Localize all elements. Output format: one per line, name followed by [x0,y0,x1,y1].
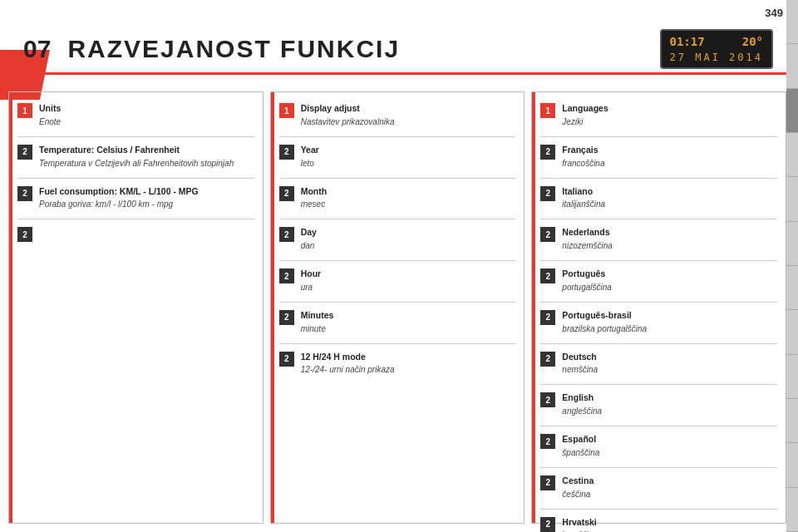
english-sub: angleščina [562,405,602,417]
page-title: RAZVEJANOST FUNKCIJ [67,35,400,63]
divider [279,302,516,303]
12h24h-sub: 12-/24- urni način prikaza [301,363,395,376]
divider [279,219,516,219]
badge-2: 2 [540,227,555,242]
section-espanol-content: Español španščina [562,433,599,459]
section-hour-content: Hour ura [301,268,322,293]
section-portugues-brasil: 2 Português-brasil brazilska portugalšči… [540,309,777,335]
badge-2: 2 [540,310,555,325]
divider [540,467,777,468]
display-time-row: 01:17 20° [670,34,763,51]
tab-strip-item[interactable] [786,222,798,266]
main-content: 1 Units Enote 2 Temperature: Celsius / F… [8,91,786,524]
badge-2: 2 [540,352,555,367]
section-hrvatski: 2 Hrvatski hrvaščina [540,516,777,533]
divider [540,426,777,426]
panel-left-bar [9,92,12,523]
badge-2: 2 [279,352,294,367]
section-cestina: 2 Cestina češčina [540,475,777,500]
divider [540,260,777,261]
portugues-main: Português [562,268,611,281]
year-main: Year [301,144,319,157]
year-sub: leto [301,157,319,170]
panel-languages: 1 Languages Jeziki 2 Français francoščin… [531,91,786,524]
section-month-content: Month mesec [301,185,328,211]
badge-2: 2 [540,392,555,407]
fuel-sub: Poraba goriva: km/l - l/100 km - mpg [39,198,199,210]
section-month: 2 Month mesec [279,185,516,211]
section-english: 2 English angleščina [540,392,777,417]
section-hrvatski-content: Hrvatski hrvaščina [562,516,598,533]
panel-left-bar [271,92,274,523]
units-main: Units [39,102,61,116]
badge-2: 2 [17,227,32,242]
badge-2: 2 [540,268,555,283]
badge-2: 2 [540,517,555,532]
display-sub: Nastavitev prikazovalnika [301,116,395,128]
section-empty: 2 [17,226,254,242]
tab-strip-item[interactable] [786,488,798,532]
tab-strip-item[interactable] [786,443,798,487]
nederlands-main: Nederlands [562,226,613,239]
deutsch-main: Deutsch [562,351,598,364]
display-widget: 01:17 20° 27 MAI 2014 [660,29,773,69]
tab-strip-item[interactable] [786,0,798,44]
hour-main: Hour [301,268,322,281]
badge-2: 2 [279,310,294,325]
portugues-brasil-main: Português-brasil [562,309,647,323]
portugues-brasil-sub: brazilska portugalščina [562,323,647,335]
badge-2: 2 [17,186,32,201]
section-day: 2 Day dan [279,226,516,252]
panel-display: 1 Display adjust Nastavitev prikazovalni… [270,91,525,524]
tab-strip-item-active[interactable] [786,89,798,133]
francais-main: Français [562,144,604,157]
section-cestina-content: Cestina češčina [562,475,594,500]
badge-2: 2 [540,186,555,201]
section-units-content: Units Enote [39,102,61,128]
section-italiano-content: Italiano italijanščina [562,185,605,211]
section-portugues: 2 Português portugalščina [540,268,777,293]
section-minutes: 2 Minutes minute [279,309,516,335]
section-day-content: Day dan [301,226,317,252]
section-12h24h-content: 12 H/24 H mode 12-/24- urni način prikaz… [301,351,395,377]
section-temperature-content: Temperature: Celsius / Fahrenheit Temper… [39,144,234,170]
tab-strip-item[interactable] [786,177,798,221]
cestina-sub: češčina [562,488,594,500]
tab-strip-item[interactable] [786,355,798,399]
italiano-main: Italiano [562,185,605,199]
section-francais-content: Français francoščina [562,144,604,170]
display-main: Display adjust [301,102,395,116]
section-12h24h: 2 12 H/24 H mode 12-/24- urni način prik… [279,351,516,377]
francais-sub: francoščina [562,157,604,170]
divider [17,136,254,137]
section-fuel: 2 Fuel consumption: KM/L - L/100 - MPG P… [17,185,254,211]
section-languages-title: 1 Languages Jeziki [540,102,777,128]
badge-1: 1 [17,103,32,118]
chapter-number: 07 [23,35,51,63]
temperature-sub: Temperatura v Celzijevih ali Fahrenheito… [39,157,234,170]
tab-strip-item[interactable] [786,399,798,443]
english-main: English [562,392,602,405]
badge-2: 2 [279,145,294,160]
minutes-main: Minutes [301,309,334,323]
tab-strip-item[interactable] [786,310,798,354]
section-display-title: 1 Display adjust Nastavitev prikazovalni… [279,102,516,128]
badge-1: 1 [540,103,555,118]
tab-strip-item[interactable] [786,133,798,177]
tab-strip-item[interactable] [786,44,798,88]
divider [279,178,516,179]
divider [17,219,254,219]
tab-strip-item[interactable] [786,266,798,310]
section-units-title: 1 Units Enote [17,102,254,128]
portugues-sub: portugalščina [562,281,611,293]
badge-2: 2 [279,268,294,283]
section-deutsch-content: Deutsch nemščina [562,351,598,377]
hrvatski-main: Hrvatski [562,516,598,530]
section-display-content: Display adjust Nastavitev prikazovalnika [301,102,395,128]
day-main: Day [301,226,317,239]
badge-2: 2 [540,475,555,490]
panel-left-bar [532,92,535,523]
display-date: 27 MAI 2014 [670,51,763,65]
badge-2: 2 [279,186,294,201]
units-sub: Enote [39,116,61,128]
